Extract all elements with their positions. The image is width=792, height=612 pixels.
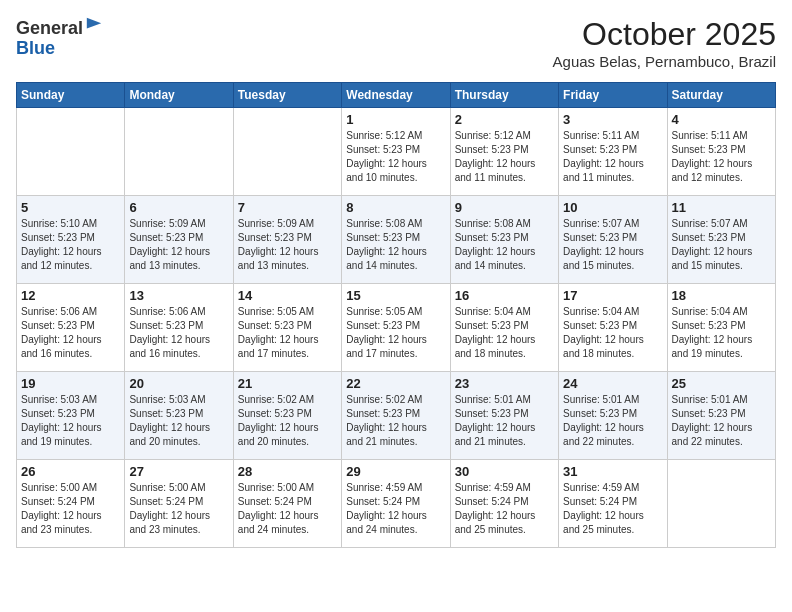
day-number: 16 [455,288,554,303]
cell-info: Sunrise: 5:02 AM Sunset: 5:23 PM Dayligh… [346,393,445,449]
calendar-cell: 14Sunrise: 5:05 AM Sunset: 5:23 PM Dayli… [233,284,341,372]
cell-info: Sunrise: 5:04 AM Sunset: 5:23 PM Dayligh… [672,305,771,361]
calendar-cell: 15Sunrise: 5:05 AM Sunset: 5:23 PM Dayli… [342,284,450,372]
cell-info: Sunrise: 4:59 AM Sunset: 5:24 PM Dayligh… [346,481,445,537]
day-number: 25 [672,376,771,391]
calendar-week-row: 19Sunrise: 5:03 AM Sunset: 5:23 PM Dayli… [17,372,776,460]
calendar-cell: 24Sunrise: 5:01 AM Sunset: 5:23 PM Dayli… [559,372,667,460]
cell-info: Sunrise: 5:10 AM Sunset: 5:23 PM Dayligh… [21,217,120,273]
day-number: 21 [238,376,337,391]
svg-marker-0 [87,18,101,29]
calendar-cell: 21Sunrise: 5:02 AM Sunset: 5:23 PM Dayli… [233,372,341,460]
calendar-week-row: 12Sunrise: 5:06 AM Sunset: 5:23 PM Dayli… [17,284,776,372]
calendar-cell: 3Sunrise: 5:11 AM Sunset: 5:23 PM Daylig… [559,108,667,196]
column-header-monday: Monday [125,83,233,108]
month-title: October 2025 [553,16,776,53]
calendar-cell [667,460,775,548]
cell-info: Sunrise: 5:05 AM Sunset: 5:23 PM Dayligh… [346,305,445,361]
page-header: General Blue October 2025 Aguas Belas, P… [16,16,776,70]
calendar-cell: 1Sunrise: 5:12 AM Sunset: 5:23 PM Daylig… [342,108,450,196]
calendar-week-row: 5Sunrise: 5:10 AM Sunset: 5:23 PM Daylig… [17,196,776,284]
cell-info: Sunrise: 5:11 AM Sunset: 5:23 PM Dayligh… [672,129,771,185]
day-number: 15 [346,288,445,303]
cell-info: Sunrise: 5:06 AM Sunset: 5:23 PM Dayligh… [21,305,120,361]
day-number: 17 [563,288,662,303]
calendar-cell: 27Sunrise: 5:00 AM Sunset: 5:24 PM Dayli… [125,460,233,548]
day-number: 9 [455,200,554,215]
cell-info: Sunrise: 5:04 AM Sunset: 5:23 PM Dayligh… [563,305,662,361]
calendar-cell: 13Sunrise: 5:06 AM Sunset: 5:23 PM Dayli… [125,284,233,372]
title-block: October 2025 Aguas Belas, Pernambuco, Br… [553,16,776,70]
day-number: 28 [238,464,337,479]
cell-info: Sunrise: 5:01 AM Sunset: 5:23 PM Dayligh… [672,393,771,449]
calendar-cell: 25Sunrise: 5:01 AM Sunset: 5:23 PM Dayli… [667,372,775,460]
cell-info: Sunrise: 5:03 AM Sunset: 5:23 PM Dayligh… [129,393,228,449]
logo-flag-icon [85,16,103,34]
logo-blue-text: Blue [16,39,55,59]
cell-info: Sunrise: 5:00 AM Sunset: 5:24 PM Dayligh… [238,481,337,537]
cell-info: Sunrise: 5:06 AM Sunset: 5:23 PM Dayligh… [129,305,228,361]
day-number: 23 [455,376,554,391]
cell-info: Sunrise: 5:03 AM Sunset: 5:23 PM Dayligh… [21,393,120,449]
day-number: 31 [563,464,662,479]
day-number: 6 [129,200,228,215]
calendar-cell: 2Sunrise: 5:12 AM Sunset: 5:23 PM Daylig… [450,108,558,196]
day-number: 1 [346,112,445,127]
cell-info: Sunrise: 5:05 AM Sunset: 5:23 PM Dayligh… [238,305,337,361]
cell-info: Sunrise: 5:00 AM Sunset: 5:24 PM Dayligh… [129,481,228,537]
day-number: 18 [672,288,771,303]
cell-info: Sunrise: 5:07 AM Sunset: 5:23 PM Dayligh… [563,217,662,273]
calendar-cell [125,108,233,196]
calendar-cell: 8Sunrise: 5:08 AM Sunset: 5:23 PM Daylig… [342,196,450,284]
calendar-cell: 7Sunrise: 5:09 AM Sunset: 5:23 PM Daylig… [233,196,341,284]
day-number: 12 [21,288,120,303]
day-number: 24 [563,376,662,391]
day-number: 3 [563,112,662,127]
logo-general-text: General [16,18,83,38]
day-number: 20 [129,376,228,391]
day-number: 19 [21,376,120,391]
cell-info: Sunrise: 5:08 AM Sunset: 5:23 PM Dayligh… [455,217,554,273]
calendar-cell [17,108,125,196]
calendar-cell: 30Sunrise: 4:59 AM Sunset: 5:24 PM Dayli… [450,460,558,548]
cell-info: Sunrise: 5:09 AM Sunset: 5:23 PM Dayligh… [129,217,228,273]
column-header-saturday: Saturday [667,83,775,108]
calendar-header-row: SundayMondayTuesdayWednesdayThursdayFrid… [17,83,776,108]
cell-info: Sunrise: 5:02 AM Sunset: 5:23 PM Dayligh… [238,393,337,449]
calendar-cell: 26Sunrise: 5:00 AM Sunset: 5:24 PM Dayli… [17,460,125,548]
day-number: 2 [455,112,554,127]
day-number: 4 [672,112,771,127]
calendar-cell: 18Sunrise: 5:04 AM Sunset: 5:23 PM Dayli… [667,284,775,372]
calendar-table: SundayMondayTuesdayWednesdayThursdayFrid… [16,82,776,548]
calendar-cell: 23Sunrise: 5:01 AM Sunset: 5:23 PM Dayli… [450,372,558,460]
day-number: 10 [563,200,662,215]
cell-info: Sunrise: 5:11 AM Sunset: 5:23 PM Dayligh… [563,129,662,185]
calendar-cell: 12Sunrise: 5:06 AM Sunset: 5:23 PM Dayli… [17,284,125,372]
calendar-cell: 17Sunrise: 5:04 AM Sunset: 5:23 PM Dayli… [559,284,667,372]
calendar-week-row: 1Sunrise: 5:12 AM Sunset: 5:23 PM Daylig… [17,108,776,196]
day-number: 7 [238,200,337,215]
column-header-sunday: Sunday [17,83,125,108]
column-header-wednesday: Wednesday [342,83,450,108]
cell-info: Sunrise: 5:01 AM Sunset: 5:23 PM Dayligh… [563,393,662,449]
cell-info: Sunrise: 5:04 AM Sunset: 5:23 PM Dayligh… [455,305,554,361]
day-number: 5 [21,200,120,215]
day-number: 26 [21,464,120,479]
day-number: 30 [455,464,554,479]
day-number: 8 [346,200,445,215]
cell-info: Sunrise: 5:08 AM Sunset: 5:23 PM Dayligh… [346,217,445,273]
cell-info: Sunrise: 5:12 AM Sunset: 5:23 PM Dayligh… [346,129,445,185]
calendar-cell: 6Sunrise: 5:09 AM Sunset: 5:23 PM Daylig… [125,196,233,284]
cell-info: Sunrise: 4:59 AM Sunset: 5:24 PM Dayligh… [455,481,554,537]
calendar-cell: 5Sunrise: 5:10 AM Sunset: 5:23 PM Daylig… [17,196,125,284]
day-number: 22 [346,376,445,391]
calendar-cell: 4Sunrise: 5:11 AM Sunset: 5:23 PM Daylig… [667,108,775,196]
day-number: 29 [346,464,445,479]
day-number: 27 [129,464,228,479]
column-header-friday: Friday [559,83,667,108]
cell-info: Sunrise: 5:00 AM Sunset: 5:24 PM Dayligh… [21,481,120,537]
cell-info: Sunrise: 5:07 AM Sunset: 5:23 PM Dayligh… [672,217,771,273]
location-title: Aguas Belas, Pernambuco, Brazil [553,53,776,70]
calendar-cell: 29Sunrise: 4:59 AM Sunset: 5:24 PM Dayli… [342,460,450,548]
column-header-tuesday: Tuesday [233,83,341,108]
